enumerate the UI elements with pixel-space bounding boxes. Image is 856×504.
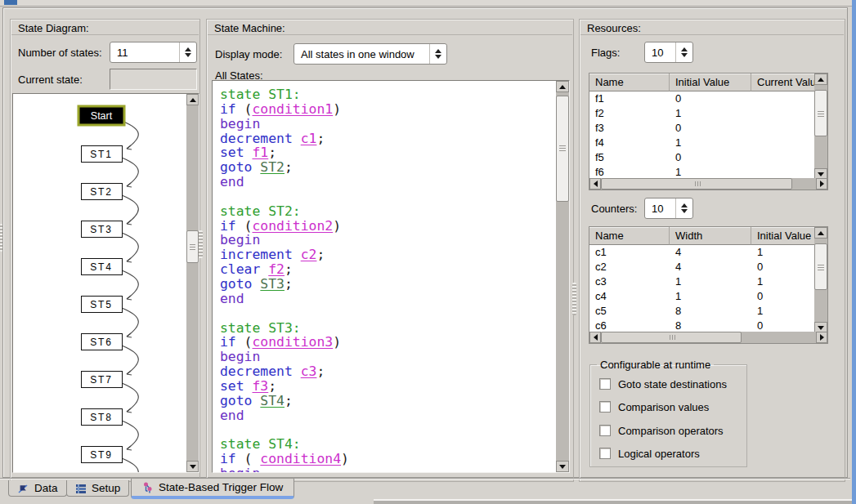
spinner-buttons[interactable] [675,198,692,218]
table-cell: 1 [670,106,751,121]
scroll-up-button[interactable] [186,94,199,105]
checkbox-label: Comparison operators [618,425,724,437]
counters-spinner[interactable]: 10 [644,198,693,219]
table-cell: 8 [670,304,751,319]
scroll-up-button[interactable] [814,74,827,85]
column-header[interactable]: Initial Value [751,227,815,245]
tab-setup-label: Setup [92,482,120,494]
checkbox-box[interactable] [599,448,611,459]
table-cell: f3 [589,121,670,136]
table-row[interactable]: c410 [589,289,815,304]
table-cell: c3 [589,274,670,289]
display-mode-combobox[interactable]: All states in one window [294,43,447,65]
diagram-vscrollbar[interactable] [186,94,199,472]
current-state-field[interactable] [110,69,197,90]
combo-up-icon [435,49,441,53]
tab-trigger-flow-label: State-Based Trigger Flow [159,481,283,493]
tab-data[interactable]: Data [8,480,67,497]
table-row[interactable]: f21 [589,106,815,121]
state-machine-code-view[interactable]: state ST1:if (condition1)begindecrement … [212,80,570,473]
table-cell: 4 [670,245,751,260]
scroll-up-button[interactable] [814,227,827,239]
checkbox-logical-operators[interactable]: Logical operators [599,448,700,459]
spinner-buttons[interactable] [179,42,196,62]
table-cell: 0 [670,91,751,106]
table-cell: 0 [670,121,751,136]
checkbox-box[interactable] [599,378,611,390]
checkbox-comparison-operators[interactable]: Comparison operators [599,425,724,436]
scrollbar-thumb[interactable] [814,90,827,136]
table-row[interactable]: f10 [589,91,815,106]
svg-text:ST4: ST4 [90,261,112,273]
scrollbar-thumb[interactable] [601,178,792,190]
checkbox-box[interactable] [599,425,611,436]
spin-down-icon[interactable] [185,53,191,57]
state-diagram-canvas[interactable]: StartST1ST2ST3ST4ST5ST6ST7ST8ST9 [12,93,199,473]
checkbox-box[interactable] [599,401,611,413]
state-diagram-title: State Diagram: [18,22,89,34]
table-row[interactable]: c240 [589,260,815,274]
table-cell: f1 [589,91,670,106]
checkbox-label: Logical operators [618,448,700,460]
code-vscrollbar[interactable] [556,81,569,472]
table-row[interactable]: c141 [589,245,815,260]
table-cell: c1 [589,245,670,260]
table-cell: 0 [670,150,751,165]
svg-text:ST3: ST3 [90,224,112,235]
table-row[interactable]: f30 [589,121,815,136]
column-header[interactable]: Initial Value [670,74,751,91]
spinner-buttons[interactable] [675,42,692,62]
column-header[interactable]: Name [589,227,670,245]
number-of-states-spinner[interactable]: 11 [110,42,197,63]
spin-up-icon[interactable] [185,47,191,51]
column-header[interactable]: Width [670,227,751,245]
flags-value: 10 [645,47,675,59]
scroll-left-button[interactable] [589,332,601,343]
table-row[interactable]: f50 [589,150,815,165]
scrollbar-thumb[interactable] [814,243,827,290]
scroll-up-button[interactable] [556,81,569,92]
table-header[interactable]: NameInitial ValueCurrent Value [589,74,815,91]
table-vscrollbar[interactable] [814,74,827,180]
svg-text:ST7: ST7 [90,374,112,386]
scroll-left-button[interactable] [589,178,601,190]
column-header[interactable]: Current Value [751,74,815,91]
scroll-down-button[interactable] [556,461,569,472]
svg-text:ST1: ST1 [90,149,112,160]
scrollbar-thumb[interactable] [601,332,742,343]
current-state-label: Current state: [18,74,83,86]
left-splitter-grip[interactable] [199,230,203,258]
tab-state-based-trigger-flow[interactable]: State-Based Trigger Flow [131,479,294,499]
right-splitter-grip[interactable] [572,283,576,315]
table-cell: 0 [751,289,815,304]
scroll-right-button[interactable] [816,332,827,343]
runtime-config-title: Configurable at runtime [597,359,714,371]
checkbox-comparison-values[interactable]: Comparison values [599,401,709,413]
checkbox-goto-state-destinations[interactable]: Goto state destinations [599,378,727,390]
scrollbar-thumb[interactable] [556,96,569,202]
state-diagram-panel: State Diagram: Number of states: 11 Curr… [10,19,200,482]
scrollbar-thumb[interactable] [186,230,199,263]
bottom-tab-bar: Data Setup State-Based Trigger Flow [0,478,856,500]
table-vscrollbar[interactable] [814,227,827,333]
column-header[interactable]: Name [589,74,670,91]
flags-spinner[interactable]: 10 [644,42,693,63]
table-row[interactable]: c311 [589,274,815,289]
table-cell: 1 [751,245,815,260]
table-hscrollbar[interactable] [589,332,827,343]
notebook-edge [0,478,850,479]
checkbox-label: Comparison values [618,401,709,413]
table-hscrollbar[interactable] [589,178,827,190]
state-machine-code: state ST1:if (condition1)begindecrement … [213,81,569,473]
combo-buttons[interactable] [429,44,446,64]
counters-table[interactable]: NameWidthInitial Valuec141c240c311c410c5… [589,226,828,344]
scroll-down-button[interactable] [186,461,199,472]
scroll-right-button[interactable] [816,178,827,190]
table-row[interactable]: f41 [589,136,815,150]
table-row[interactable]: c581 [589,304,815,319]
flags-table[interactable]: NameInitial ValueCurrent Valuef10f21f30f… [589,73,828,190]
table-header[interactable]: NameWidthInitial Value [589,227,815,245]
toolbar-icon-fragment [4,0,17,5]
tab-setup[interactable]: Setup [66,480,129,497]
svg-text:ST2: ST2 [90,186,112,198]
